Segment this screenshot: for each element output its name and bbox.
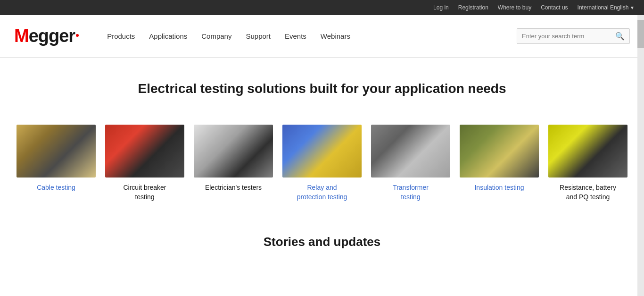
search-icon[interactable]: 🔍 <box>615 32 625 41</box>
top-bar: Log in Registration Where to buy Contact… <box>0 0 644 15</box>
category-insulation[interactable]: Insulation testing <box>460 125 539 202</box>
categories-section: Cable testing Circuit breakertesting Ele… <box>0 110 644 216</box>
category-circuit-label: Circuit breakertesting <box>123 183 166 202</box>
category-insulation-image <box>460 125 539 178</box>
search-input[interactable] <box>522 33 615 40</box>
registration-link[interactable]: Registration <box>458 4 488 11</box>
category-transformer[interactable]: Transformertesting <box>371 125 450 202</box>
logo-dot <box>76 34 79 37</box>
category-electrician[interactable]: Electrician's testers <box>194 125 273 202</box>
category-transformer-image <box>371 125 450 178</box>
category-electrician-image <box>194 125 273 178</box>
hero-section: Electrical testing solutions built for y… <box>0 58 644 110</box>
contact-us-link[interactable]: Contact us <box>541 4 568 11</box>
category-cable-label: Cable testing <box>37 183 75 193</box>
category-resistance-image <box>548 125 627 178</box>
stories-section: Stories and updates <box>0 216 644 259</box>
nav-support[interactable]: Support <box>246 32 271 40</box>
scrollbar[interactable] <box>637 15 644 259</box>
category-cable[interactable]: Cable testing <box>17 125 96 202</box>
nav-products[interactable]: Products <box>107 32 135 40</box>
category-electrician-label: Electrician's testers <box>205 183 262 193</box>
category-relay-label: Relay andprotection testing <box>297 183 347 202</box>
logo-text: Megger <box>14 26 75 46</box>
login-link[interactable]: Log in <box>433 4 449 11</box>
category-relay-image <box>282 125 362 178</box>
category-resistance[interactable]: Resistance, batteryand PQ testing <box>548 125 627 202</box>
language-selector[interactable]: International English <box>578 4 635 11</box>
scrollbar-thumb[interactable] <box>637 20 644 48</box>
main-nav: Products Applications Company Support Ev… <box>107 32 517 40</box>
category-circuit-image <box>105 125 184 178</box>
category-insulation-label: Insulation testing <box>474 183 524 193</box>
category-resistance-label: Resistance, batteryand PQ testing <box>560 183 616 202</box>
nav-webinars[interactable]: Webinars <box>321 32 350 40</box>
header: Megger Products Applications Company Sup… <box>0 15 644 58</box>
category-circuit[interactable]: Circuit breakertesting <box>105 125 184 202</box>
nav-company[interactable]: Company <box>201 32 231 40</box>
nav-applications[interactable]: Applications <box>149 32 187 40</box>
logo[interactable]: Megger <box>14 26 79 46</box>
category-cable-image <box>17 125 96 178</box>
category-relay[interactable]: Relay andprotection testing <box>282 125 362 202</box>
hero-title: Electrical testing solutions built for y… <box>9 81 635 96</box>
where-to-buy-link[interactable]: Where to buy <box>498 4 531 11</box>
category-transformer-label: Transformertesting <box>393 183 429 202</box>
stories-title: Stories and updates <box>9 235 635 249</box>
nav-events[interactable]: Events <box>285 32 306 40</box>
logo-m: M <box>14 26 29 46</box>
search-box: 🔍 <box>517 28 630 44</box>
